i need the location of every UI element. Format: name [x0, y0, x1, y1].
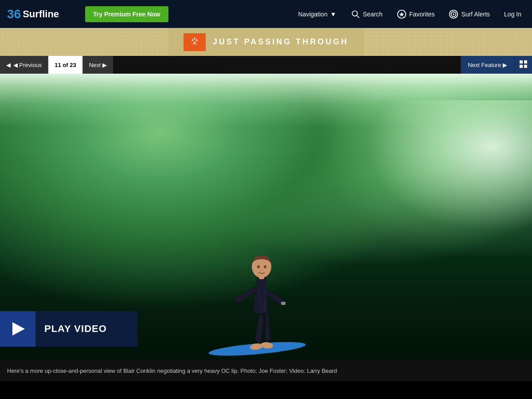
prev-arrow-icon: ◀ [6, 62, 11, 68]
grid-icon [520, 60, 528, 70]
nav-dropdown-icon: ▼ [330, 11, 336, 18]
wave-curl [332, 100, 532, 256]
next-arrow-icon: ▶ [102, 62, 107, 68]
login-button[interactable]: Log In [501, 11, 525, 18]
svg-point-14 [257, 265, 260, 269]
reef-logo-icon [184, 33, 206, 51]
surfer-image [200, 202, 324, 358]
top-navigation: 36 Surfline Try Premium Free Now Navigat… [0, 0, 532, 28]
search-nav-item[interactable]: Search [347, 9, 386, 19]
navigation-menu[interactable]: Navigation ▼ [295, 11, 340, 18]
main-image-area: PLAY VIDEO [0, 74, 532, 360]
search-icon [351, 9, 360, 19]
caption-text: Here's a more up-close-and-personal view… [7, 367, 337, 374]
banner-text: JUST PASSING THROUGH [213, 37, 349, 47]
previous-label: ◀ Previous [13, 62, 42, 68]
surf-alerts-label: Surf Alerts [461, 11, 490, 18]
play-icon-box [0, 311, 35, 347]
star-icon [397, 9, 407, 19]
svg-marker-3 [399, 12, 404, 16]
previous-button[interactable]: ◀ ◀ Previous [0, 56, 48, 74]
svg-rect-8 [524, 60, 527, 63]
surf-alerts-nav-item[interactable]: Surf Alerts [445, 9, 493, 19]
play-video-button[interactable]: PLAY VIDEO [0, 311, 137, 347]
next-feature-label: Next Feature ▶ [468, 62, 507, 68]
svg-rect-18 [281, 302, 286, 305]
logo[interactable]: 36 Surfline [7, 7, 78, 21]
gallery-navigation-bar: ◀ ◀ Previous 11 of 23 Next ▶ Next Featur… [0, 56, 532, 74]
favorites-nav-item[interactable]: Favorites [393, 9, 438, 19]
banner-content: JUST PASSING THROUGH [184, 33, 349, 51]
logo-number: 36 [7, 7, 21, 21]
svg-line-1 [356, 15, 359, 18]
banner-map-left [0, 28, 168, 56]
svg-point-0 [352, 11, 357, 16]
svg-point-15 [264, 265, 266, 269]
svg-point-6 [453, 13, 455, 15]
play-video-label: PLAY VIDEO [35, 323, 116, 335]
try-premium-button[interactable]: Try Premium Free Now [85, 6, 168, 22]
play-triangle-icon [12, 322, 25, 336]
svg-rect-9 [520, 65, 523, 68]
next-feature-button[interactable]: Next Feature ▶ [461, 56, 514, 74]
image-caption-bar: Here's a more up-close-and-personal view… [0, 360, 532, 381]
svg-rect-7 [520, 60, 523, 63]
sponsor-banner[interactable]: JUST PASSING THROUGH [0, 28, 532, 56]
navigation-label: Navigation [298, 11, 328, 18]
page-counter: 11 of 23 [48, 56, 82, 74]
next-button[interactable]: Next ▶ [83, 56, 113, 74]
search-label: Search [363, 11, 383, 18]
banner-map-right [364, 28, 532, 56]
alerts-icon [449, 9, 458, 19]
next-label: Next [89, 62, 101, 68]
grid-view-button[interactable] [514, 56, 532, 74]
logo-brand: Surfline [23, 8, 59, 20]
favorites-label: Favorites [409, 11, 435, 18]
svg-rect-10 [524, 65, 527, 68]
